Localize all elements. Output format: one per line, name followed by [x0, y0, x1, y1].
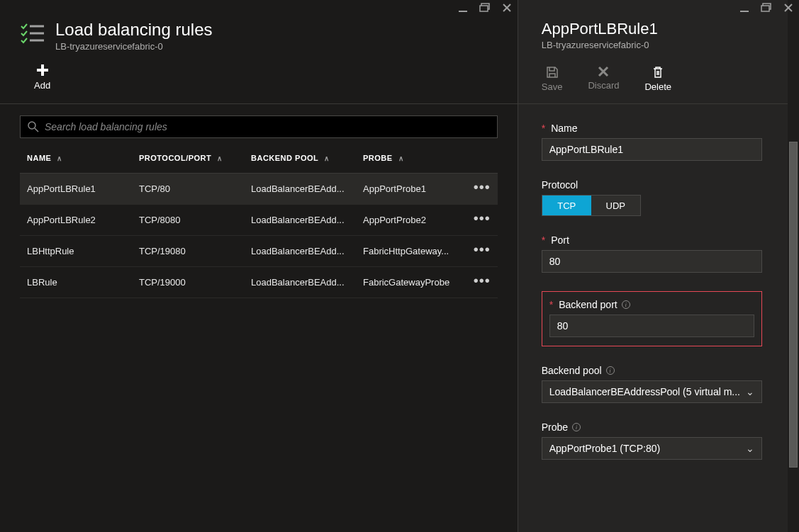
- svg-line-11: [35, 128, 38, 132]
- cell-backend: LoadBalancerBEAdd...: [251, 277, 363, 288]
- table-row[interactable]: LBHttpRule TCP/19080 LoadBalancerBEAdd..…: [20, 236, 498, 267]
- restore-icon[interactable]: [761, 3, 772, 13]
- more-icon[interactable]: •••: [474, 179, 491, 195]
- add-button[interactable]: Add: [34, 63, 50, 91]
- more-icon[interactable]: •••: [474, 273, 491, 288]
- probe-value: AppPortProbe1 (TCP:80): [549, 443, 666, 454]
- protocol-tcp-option[interactable]: TCP: [542, 196, 591, 215]
- col-header-backend[interactable]: BACKEND POOL: [251, 154, 318, 162]
- cell-protocol: TCP/80: [139, 183, 251, 194]
- info-icon[interactable]: i: [606, 366, 615, 375]
- search-input-wrapper[interactable]: [20, 115, 498, 138]
- scrollbar-thumb[interactable]: [789, 142, 798, 468]
- port-label: Port: [551, 234, 569, 246]
- svg-rect-14: [761, 6, 769, 11]
- minimize-icon[interactable]: [739, 3, 749, 13]
- probe-label: Probe: [542, 421, 568, 433]
- save-icon: [546, 66, 559, 79]
- search-icon: [28, 121, 39, 132]
- svg-rect-2: [480, 6, 488, 11]
- cell-probe: FabricGatewayProbe: [363, 277, 462, 288]
- restore-icon[interactable]: [479, 3, 491, 13]
- plus-icon: [35, 63, 50, 77]
- backend-port-label: Backend port: [559, 299, 618, 310]
- discard-icon: [598, 66, 609, 77]
- table-row[interactable]: LBRule TCP/19000 LoadBalancerBEAdd... Fa…: [20, 267, 498, 298]
- info-icon[interactable]: i: [572, 423, 581, 431]
- port-input[interactable]: [542, 250, 762, 273]
- probe-select[interactable]: AppPortProbe1 (TCP:80) ⌄: [542, 437, 762, 460]
- col-header-protocol[interactable]: PROTOCOL/PORT: [139, 154, 211, 162]
- more-icon[interactable]: •••: [474, 210, 491, 226]
- backend-pool-select[interactable]: LoadBalancerBEAddressPool (5 virtual m..…: [542, 380, 762, 403]
- cell-protocol: TCP/8080: [139, 215, 251, 225]
- cell-protocol: TCP/19000: [139, 277, 251, 288]
- name-input[interactable]: [542, 138, 762, 161]
- cell-probe: FabricHttpGateway...: [363, 246, 462, 256]
- cell-name: LBRule: [27, 277, 139, 288]
- blade-rule-detail: AppPortLBRule1 LB-tryazureservicefabric-…: [518, 0, 799, 532]
- protocol-label: Protocol: [542, 179, 578, 191]
- discard-button[interactable]: Discard: [588, 66, 619, 92]
- sort-icon[interactable]: ∧: [217, 154, 223, 162]
- table-row[interactable]: AppPortLBRule2 TCP/8080 LoadBalancerBEAd…: [20, 205, 498, 236]
- backend-port-highlight: *Backend porti: [542, 291, 762, 346]
- backend-pool-value: LoadBalancerBEAddressPool (5 virtual m..…: [549, 386, 746, 397]
- sort-icon[interactable]: ∧: [57, 154, 62, 162]
- cell-name: AppPortLBRule1: [27, 183, 139, 194]
- delete-label: Delete: [644, 81, 671, 92]
- page-title: Load balancing rules: [55, 20, 213, 40]
- cell-probe: AppPortProbe2: [363, 215, 462, 225]
- table-row[interactable]: AppPortLBRule1 TCP/80 LoadBalancerBEAdd.…: [20, 174, 498, 205]
- sort-icon[interactable]: ∧: [398, 154, 404, 162]
- sort-icon[interactable]: ∧: [324, 154, 330, 162]
- cell-probe: AppPortProbe1: [363, 183, 462, 194]
- cell-name: LBHttpRule: [27, 246, 139, 256]
- close-icon[interactable]: [502, 3, 512, 13]
- cell-backend: LoadBalancerBEAdd...: [251, 183, 363, 194]
- col-header-name[interactable]: NAME: [27, 154, 51, 162]
- more-icon[interactable]: •••: [474, 242, 491, 257]
- divider: [518, 103, 788, 104]
- detail-subtitle: LB-tryazureservicefabric-0: [542, 40, 764, 50]
- name-label: Name: [551, 123, 577, 134]
- minimize-icon[interactable]: [458, 3, 468, 13]
- cell-name: AppPortLBRule2: [27, 215, 139, 225]
- chevron-down-icon: ⌄: [746, 443, 754, 454]
- scrollbar[interactable]: [788, 0, 799, 532]
- backend-pool-label: Backend pool: [542, 365, 602, 376]
- add-label: Add: [34, 80, 50, 91]
- chevron-down-icon: ⌄: [746, 386, 754, 397]
- delete-button[interactable]: Delete: [644, 66, 671, 92]
- cell-protocol: TCP/19080: [139, 246, 251, 256]
- col-header-probe[interactable]: PROBE: [363, 154, 393, 162]
- discard-label: Discard: [588, 80, 619, 91]
- search-input[interactable]: [45, 121, 490, 132]
- save-label: Save: [542, 81, 563, 92]
- info-icon[interactable]: i: [622, 300, 630, 309]
- backend-port-input[interactable]: [549, 315, 754, 337]
- trash-icon: [652, 66, 664, 79]
- svg-point-10: [28, 122, 35, 129]
- table-header-row: NAME∧ PROTOCOL/PORT∧ BACKEND POOL∧ PROBE…: [20, 142, 498, 174]
- cell-backend: LoadBalancerBEAdd...: [251, 215, 363, 225]
- blade-load-balancing-rules: Load balancing rules LB-tryazureservicef…: [0, 0, 518, 532]
- detail-title: AppPortLBRule1: [542, 20, 764, 38]
- protocol-udp-option[interactable]: UDP: [591, 196, 640, 215]
- close-icon[interactable]: [783, 3, 793, 13]
- cell-backend: LoadBalancerBEAdd...: [251, 246, 363, 256]
- page-subtitle: LB-tryazureservicefabric-0: [55, 41, 213, 52]
- save-button[interactable]: Save: [542, 66, 563, 92]
- protocol-toggle: TCP UDP: [542, 195, 641, 216]
- rules-list-icon: [20, 23, 44, 47]
